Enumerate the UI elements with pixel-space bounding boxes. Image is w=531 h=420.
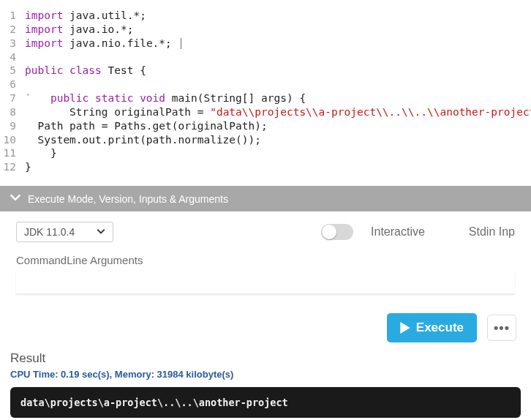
execute-config-header[interactable]: Execute Mode, Version, Inputs & Argument… [0,186,531,211]
line-number: 12 [0,160,25,174]
play-icon [400,322,410,334]
interactive-label: Interactive [371,225,425,239]
jdk-version-select[interactable]: JDK 11.0.4 [16,222,113,242]
code-line[interactable]: 12} [0,160,531,174]
config-panel: JDK 11.0.4 Interactive Stdin Inp Command… [0,211,531,297]
code-content[interactable]: import java.util.*; [25,9,531,23]
fold-icon[interactable]: ▾ [26,64,30,71]
line-number: 8 [0,105,25,119]
interactive-toggle[interactable] [321,224,353,240]
chevron-down-icon [97,226,105,238]
code-line[interactable]: 7▾ public static void main(String[] args… [0,91,531,105]
code-line[interactable]: 3import java.nio.file.*; [0,37,531,50]
cmdline-args-label: CommandLine Arguments [16,254,515,266]
code-content[interactable]: } [25,146,531,160]
console-text: data\projects\a-project\..\..\another-pr… [20,397,288,408]
jdk-version-value: JDK 11.0.4 [24,226,75,238]
code-line[interactable]: 1import java.util.*; [0,9,531,23]
execute-config-label: Execute Mode, Version, Inputs & Argument… [28,193,228,205]
line-number: 5 [0,64,25,78]
line-number: 1 [0,9,25,23]
code-line[interactable]: 5▾public class Test { [0,64,531,78]
code-content[interactable]: import java.io.*; [25,23,531,37]
code-editor[interactable]: 1import java.util.*;2import java.io.*;3i… [0,0,531,186]
line-number: 3 [0,37,25,50]
result-section: Result CPU Time: 0.19 sec(s), Memory: 31… [0,351,531,418]
code-content[interactable]: public static void main(String[] args) { [25,91,531,105]
line-number: 2 [0,23,25,37]
line-number: 10 [0,133,25,147]
stdin-label: Stdin Inp [469,225,515,239]
code-content[interactable]: import java.nio.file.*; [25,37,531,50]
code-line[interactable]: 11 } [0,146,531,160]
line-number: 6 [0,78,25,91]
result-title: Result [10,351,521,366]
chevron-down-icon [10,192,20,205]
code-content[interactable]: String originalPath = "data\\projects\\a… [25,105,531,119]
result-stats: CPU Time: 0.19 sec(s), Memory: 31984 kil… [10,369,521,380]
execute-button[interactable]: Execute [387,313,477,342]
more-button[interactable]: ••• [487,315,516,341]
line-number: 4 [0,50,25,64]
code-line[interactable]: 4 [0,50,531,64]
code-content[interactable]: } [25,160,531,174]
code-content[interactable]: System.out.print(path.normalize()); [25,133,531,147]
code-line[interactable]: 6 [0,78,531,91]
code-line[interactable]: 9 Path path = Paths.get(originalPath); [0,119,531,133]
line-number: 11 [0,146,25,160]
code-content[interactable]: public class Test { [25,64,531,78]
toggle-knob [322,225,336,239]
execute-button-label: Execute [416,320,464,335]
cmdline-args-input[interactable] [16,272,515,294]
fold-icon[interactable]: ▾ [26,91,30,99]
line-number: 7 [0,91,25,105]
code-line[interactable]: 10 System.out.print(path.normalize()); [0,133,531,147]
console-output: data\projects\a-project\..\..\another-pr… [10,387,521,418]
text-cursor [181,38,181,49]
code-line[interactable]: 8 String originalPath = "data\\projects\… [0,105,531,119]
code-line[interactable]: 2import java.io.*; [0,23,531,37]
line-number: 9 [0,119,25,133]
action-row: Execute ••• [0,297,531,351]
code-content[interactable]: Path path = Paths.get(originalPath); [25,119,531,133]
